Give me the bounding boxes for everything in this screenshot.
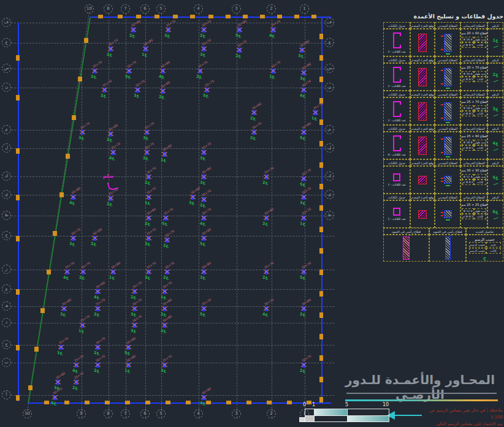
boundary-column[interactable]	[16, 289, 20, 295]
grid-bubble-left[interactable]: ك	[2, 172, 11, 181]
grid-bubble-left[interactable]: ج	[2, 340, 11, 349]
schedule-steel-location-cell[interactable]	[410, 166, 435, 194]
graphic-scale-bar[interactable]	[305, 409, 389, 422]
grid-bubble-top[interactable]: 6	[140, 4, 150, 13]
schedule-id-cell[interactable]: ع3	[487, 97, 503, 125]
schedule-id-cell[interactable]: ع6	[487, 200, 503, 228]
schedule-stirrup-cell[interactable]: عدد الكانات - 1	[383, 200, 410, 228]
grid-bubble-left[interactable]: ف	[2, 18, 11, 27]
grid-bubble-left[interactable]: هـ	[2, 301, 11, 311]
boundary-column[interactable]	[47, 270, 51, 274]
grid-bubble-top[interactable]: 3	[232, 4, 241, 13]
grid-bubble-top[interactable]: 5	[156, 4, 166, 13]
boundary-column[interactable]	[319, 291, 323, 297]
grid-bubble-right[interactable]: ف	[325, 18, 334, 27]
boundary-column[interactable]	[319, 77, 323, 82]
grid-bubble-top[interactable]: 7	[121, 4, 130, 13]
schedule-section-text-cell[interactable]: قطاع 80 × 25 سمحديد طولى8 Φ 18كانات5 Φ 8…	[460, 132, 487, 159]
boundary-column[interactable]	[319, 248, 323, 254]
grid-bubble-left[interactable]: ع	[2, 38, 11, 47]
boundary-column[interactable]	[16, 55, 20, 61]
schedule-steel-location-cell[interactable]	[410, 97, 435, 125]
grid-bubble-left[interactable]: أ	[2, 390, 11, 399]
boundary-column[interactable]	[208, 15, 213, 18]
boundary-column[interactable]	[16, 236, 20, 241]
schedule-steel-section-cell[interactable]	[435, 200, 460, 228]
boundary-column[interactable]	[277, 15, 282, 18]
boundary-column[interactable]	[319, 270, 323, 275]
boundary-column[interactable]	[105, 401, 110, 404]
grid-bubble-bottom[interactable]: 4	[194, 409, 203, 418]
boundary-line-bottom[interactable]	[28, 402, 331, 404]
boundary-column[interactable]	[16, 148, 20, 154]
schedule-steel-location-cell[interactable]	[410, 132, 435, 159]
special-note-cell[interactable]: حسب الرسمحديدحسب الرسمكاناتحسب الرسمح	[466, 235, 503, 262]
boundary-column[interactable]	[155, 15, 159, 18]
grid-bubble-bottom[interactable]: 9	[77, 409, 86, 418]
schedule-id-cell[interactable]: ع5	[487, 166, 503, 194]
boundary-column[interactable]	[16, 195, 20, 200]
boundary-column[interactable]	[72, 115, 76, 120]
boundary-column[interactable]	[145, 401, 150, 404]
grid-bubble-right[interactable]: س	[325, 64, 334, 73]
grid-bubble-right[interactable]: ي	[325, 190, 334, 199]
boundary-column[interactable]	[319, 312, 323, 318]
boundary-column[interactable]	[319, 55, 323, 61]
grid-bubble-bottom[interactable]: 2	[267, 409, 276, 418]
schedule-stirrup-cell[interactable]: عدد الكانات - 2	[383, 29, 410, 56]
boundary-column[interactable]	[319, 334, 323, 339]
schedule-steel-section-cell[interactable]	[435, 132, 460, 159]
schedule-section-text-cell[interactable]: قطاع 30 × 30 سمحديد طولى4 Φ 12كانات5 Φ 8…	[460, 166, 487, 194]
boundary-column[interactable]	[98, 15, 103, 18]
schedule-steel-location-cell[interactable]	[410, 200, 435, 228]
grid-bubble-bottom[interactable]: 3	[232, 409, 241, 418]
schedule-steel-section-cell[interactable]	[435, 63, 460, 91]
boundary-column[interactable]	[319, 227, 323, 232]
grid-bubble-right[interactable]: ط	[325, 211, 334, 220]
boundary-column[interactable]	[64, 401, 69, 404]
boundary-column[interactable]	[78, 77, 82, 81]
boundary-column[interactable]	[118, 15, 123, 18]
schedule-stirrup-cell[interactable]: عدد الكانات - 2	[383, 63, 410, 91]
grid-bubble-bottom[interactable]: 7	[121, 409, 130, 418]
schedule-section-text-cell[interactable]: قطاع 70 × 25 سمحديد طولى6 Φ 18كانات5 Φ 8…	[460, 97, 487, 125]
grid-bubble-left[interactable]: ط	[2, 211, 11, 220]
special-steel-elevation-cell[interactable]	[429, 235, 466, 262]
grid-bubble-left[interactable]: س	[2, 64, 11, 73]
grid-bubble-bottom[interactable]: 5	[156, 409, 166, 418]
stair-label[interactable]: سلم	[103, 173, 113, 179]
boundary-column[interactable]	[16, 95, 20, 100]
boundary-column[interactable]	[319, 205, 323, 211]
boundary-column[interactable]	[319, 162, 323, 168]
boundary-column[interactable]	[246, 401, 251, 404]
boundary-column[interactable]	[84, 38, 88, 43]
boundary-column[interactable]	[294, 15, 299, 18]
boundary-column[interactable]	[206, 401, 211, 404]
schedule-steel-section-cell[interactable]	[435, 97, 460, 125]
boundary-column[interactable]	[226, 401, 231, 404]
boundary-column[interactable]	[16, 345, 20, 350]
grid-bubble-bottom[interactable]: 8	[104, 409, 113, 418]
schedule-steel-location-cell[interactable]	[410, 29, 435, 56]
boundary-column[interactable]	[34, 347, 39, 352]
boundary-column[interactable]	[53, 231, 57, 236]
boundary-column[interactable]	[319, 184, 323, 189]
boundary-column[interactable]	[260, 15, 265, 18]
grid-bubble-top[interactable]: 4	[194, 4, 203, 13]
grid-bubble-right[interactable]: ع	[325, 38, 334, 47]
boundary-column[interactable]	[226, 15, 231, 18]
boundary-column[interactable]	[190, 15, 195, 18]
boundary-column[interactable]	[85, 401, 90, 404]
boundary-column[interactable]	[319, 34, 323, 39]
boundary-column[interactable]	[28, 385, 32, 390]
schedule-steel-section-cell[interactable]	[435, 166, 460, 194]
schedule-stirrup-cell[interactable]: عدد الكانات - 4	[383, 132, 410, 159]
boundary-column[interactable]	[319, 119, 323, 125]
grid-bubble-left[interactable]: ح	[2, 231, 11, 240]
boundary-column[interactable]	[319, 377, 323, 382]
boundary-column[interactable]	[307, 401, 311, 404]
grid-bubble-right[interactable]: ك	[325, 172, 334, 181]
schedule-id-cell[interactable]: ع4	[487, 132, 503, 159]
boundary-column[interactable]	[44, 401, 49, 404]
schedule-id-cell[interactable]: ع2	[487, 63, 503, 91]
